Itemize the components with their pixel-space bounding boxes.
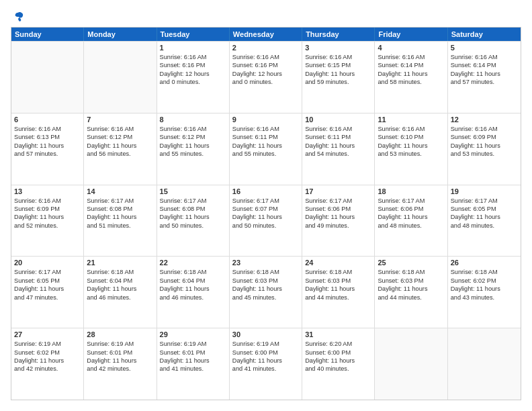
day-number: 30 [232, 330, 299, 338]
header-day-friday: Friday [375, 28, 447, 41]
calendar-header: SundayMondayTuesdayWednesdayThursdayFrid… [11, 28, 521, 41]
cal-cell: 10Sunrise: 6:16 AMSunset: 6:11 PMDayligh… [302, 113, 375, 185]
header [11, 11, 521, 20]
day-number: 15 [160, 187, 226, 195]
cal-cell: 11Sunrise: 6:16 AMSunset: 6:10 PMDayligh… [375, 113, 447, 185]
day-info: Sunrise: 6:18 AMSunset: 6:02 PMDaylight:… [451, 268, 518, 302]
day-info: Sunrise: 6:16 AMSunset: 6:14 PMDaylight:… [378, 53, 444, 87]
cal-week-2: 6Sunrise: 6:16 AMSunset: 6:13 PMDaylight… [11, 113, 521, 185]
day-info: Sunrise: 6:17 AMSunset: 6:06 PMDaylight:… [378, 197, 444, 230]
day-number: 17 [305, 187, 371, 195]
day-info: Sunrise: 6:16 AMSunset: 6:15 PMDaylight:… [305, 53, 371, 87]
header-day-monday: Monday [84, 28, 157, 41]
day-info: Sunrise: 6:17 AMSunset: 6:05 PMDaylight:… [14, 268, 81, 302]
day-number: 28 [87, 330, 153, 338]
header-day-saturday: Saturday [448, 28, 521, 41]
cal-cell: 22Sunrise: 6:18 AMSunset: 6:04 PMDayligh… [157, 257, 230, 328]
cal-cell [448, 328, 521, 400]
day-number: 20 [14, 259, 81, 267]
day-info: Sunrise: 6:16 AMSunset: 6:10 PMDaylight:… [378, 125, 444, 158]
day-info: Sunrise: 6:19 AMSunset: 6:00 PMDaylight:… [232, 340, 299, 373]
cal-cell: 13Sunrise: 6:16 AMSunset: 6:09 PMDayligh… [11, 185, 84, 257]
day-number: 2 [232, 44, 299, 52]
day-info: Sunrise: 6:16 AMSunset: 6:11 PMDaylight:… [305, 125, 371, 158]
cal-cell: 26Sunrise: 6:18 AMSunset: 6:02 PMDayligh… [448, 257, 521, 328]
day-info: Sunrise: 6:17 AMSunset: 6:08 PMDaylight:… [87, 197, 153, 230]
logo [11, 11, 24, 20]
cal-cell [11, 42, 84, 113]
day-number: 23 [232, 259, 299, 267]
cal-cell: 19Sunrise: 6:17 AMSunset: 6:05 PMDayligh… [448, 185, 521, 257]
cal-cell: 12Sunrise: 6:16 AMSunset: 6:09 PMDayligh… [448, 113, 521, 185]
cal-cell: 23Sunrise: 6:18 AMSunset: 6:03 PMDayligh… [230, 257, 302, 328]
day-info: Sunrise: 6:16 AMSunset: 6:13 PMDaylight:… [14, 125, 81, 158]
cal-cell: 8Sunrise: 6:16 AMSunset: 6:12 PMDaylight… [157, 113, 230, 185]
day-number: 8 [160, 116, 226, 124]
cal-cell: 28Sunrise: 6:19 AMSunset: 6:01 PMDayligh… [84, 328, 157, 400]
day-number: 3 [305, 44, 371, 52]
day-info: Sunrise: 6:17 AMSunset: 6:06 PMDaylight:… [305, 197, 371, 230]
cal-cell: 17Sunrise: 6:17 AMSunset: 6:06 PMDayligh… [302, 185, 375, 257]
day-number: 25 [378, 259, 444, 267]
day-info: Sunrise: 6:18 AMSunset: 6:03 PMDaylight:… [378, 268, 444, 302]
day-number: 27 [14, 330, 81, 338]
cal-cell: 15Sunrise: 6:17 AMSunset: 6:08 PMDayligh… [157, 185, 230, 257]
cal-cell: 27Sunrise: 6:19 AMSunset: 6:02 PMDayligh… [11, 328, 84, 400]
day-info: Sunrise: 6:16 AMSunset: 6:12 PMDaylight:… [87, 125, 153, 158]
day-info: Sunrise: 6:16 AMSunset: 6:16 PMDaylight:… [232, 53, 299, 87]
cal-cell [84, 42, 157, 113]
calendar: SundayMondayTuesdayWednesdayThursdayFrid… [11, 27, 521, 400]
header-day-sunday: Sunday [11, 28, 84, 41]
day-number: 24 [305, 259, 371, 267]
day-number: 6 [14, 116, 81, 124]
day-number: 11 [378, 116, 444, 124]
logo-text [11, 11, 24, 23]
cal-cell: 9Sunrise: 6:16 AMSunset: 6:11 PMDaylight… [230, 113, 302, 185]
day-info: Sunrise: 6:16 AMSunset: 6:12 PMDaylight:… [160, 125, 226, 158]
day-number: 26 [451, 259, 518, 267]
cal-week-3: 13Sunrise: 6:16 AMSunset: 6:09 PMDayligh… [11, 185, 521, 257]
day-number: 12 [451, 116, 518, 124]
day-number: 9 [232, 116, 299, 124]
day-info: Sunrise: 6:20 AMSunset: 6:00 PMDaylight:… [305, 340, 371, 373]
logo-bird-icon [12, 11, 24, 23]
cal-cell: 14Sunrise: 6:17 AMSunset: 6:08 PMDayligh… [84, 185, 157, 257]
day-info: Sunrise: 6:16 AMSunset: 6:14 PMDaylight:… [451, 53, 518, 87]
page: SundayMondayTuesdayWednesdayThursdayFrid… [0, 0, 532, 411]
day-number: 13 [14, 187, 81, 195]
cal-cell: 29Sunrise: 6:19 AMSunset: 6:01 PMDayligh… [157, 328, 230, 400]
day-info: Sunrise: 6:18 AMSunset: 6:03 PMDaylight:… [232, 268, 299, 302]
cal-cell: 25Sunrise: 6:18 AMSunset: 6:03 PMDayligh… [375, 257, 447, 328]
day-number: 29 [160, 330, 226, 338]
cal-cell: 30Sunrise: 6:19 AMSunset: 6:00 PMDayligh… [230, 328, 302, 400]
day-info: Sunrise: 6:19 AMSunset: 6:01 PMDaylight:… [87, 340, 153, 373]
cal-cell: 4Sunrise: 6:16 AMSunset: 6:14 PMDaylight… [375, 42, 447, 113]
day-info: Sunrise: 6:16 AMSunset: 6:09 PMDaylight:… [14, 197, 81, 230]
day-number: 10 [305, 116, 371, 124]
day-number: 7 [87, 116, 153, 124]
day-info: Sunrise: 6:16 AMSunset: 6:11 PMDaylight:… [232, 125, 299, 158]
cal-cell: 3Sunrise: 6:16 AMSunset: 6:15 PMDaylight… [302, 42, 375, 113]
day-info: Sunrise: 6:18 AMSunset: 6:04 PMDaylight:… [87, 268, 153, 302]
cal-cell: 21Sunrise: 6:18 AMSunset: 6:04 PMDayligh… [84, 257, 157, 328]
header-day-wednesday: Wednesday [230, 28, 302, 41]
header-day-thursday: Thursday [302, 28, 375, 41]
cal-cell: 7Sunrise: 6:16 AMSunset: 6:12 PMDaylight… [84, 113, 157, 185]
day-number: 5 [451, 44, 518, 52]
cal-cell: 31Sunrise: 6:20 AMSunset: 6:00 PMDayligh… [302, 328, 375, 400]
day-number: 18 [378, 187, 444, 195]
cal-cell: 6Sunrise: 6:16 AMSunset: 6:13 PMDaylight… [11, 113, 84, 185]
day-number: 14 [87, 187, 153, 195]
cal-cell: 5Sunrise: 6:16 AMSunset: 6:14 PMDaylight… [448, 42, 521, 113]
cal-cell: 2Sunrise: 6:16 AMSunset: 6:16 PMDaylight… [230, 42, 302, 113]
day-info: Sunrise: 6:17 AMSunset: 6:07 PMDaylight:… [232, 197, 299, 230]
day-number: 21 [87, 259, 153, 267]
day-number: 31 [305, 330, 371, 338]
day-info: Sunrise: 6:17 AMSunset: 6:05 PMDaylight:… [451, 197, 518, 230]
cal-week-5: 27Sunrise: 6:19 AMSunset: 6:02 PMDayligh… [11, 328, 521, 400]
cal-cell: 20Sunrise: 6:17 AMSunset: 6:05 PMDayligh… [11, 257, 84, 328]
calendar-body: 1Sunrise: 6:16 AMSunset: 6:16 PMDaylight… [11, 41, 521, 400]
cal-cell: 24Sunrise: 6:18 AMSunset: 6:03 PMDayligh… [302, 257, 375, 328]
cal-cell [375, 328, 447, 400]
day-info: Sunrise: 6:18 AMSunset: 6:04 PMDaylight:… [160, 268, 226, 302]
